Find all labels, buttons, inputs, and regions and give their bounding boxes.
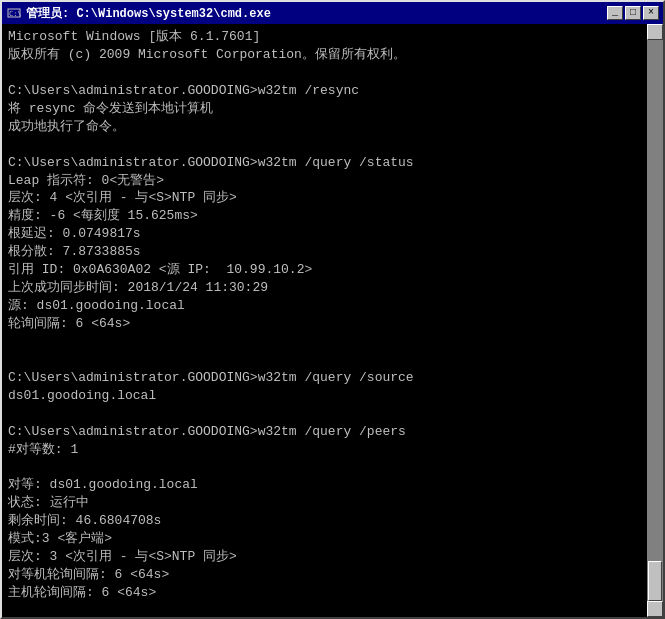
titlebar-left: C:\ 管理员: C:\Windows\system32\cmd.exe xyxy=(6,5,271,22)
scroll-down-button[interactable]: ▼ xyxy=(647,601,663,617)
titlebar: C:\ 管理员: C:\Windows\system32\cmd.exe _ □… xyxy=(2,2,663,24)
minimize-button[interactable]: _ xyxy=(607,6,623,20)
scroll-up-button[interactable]: ▲ xyxy=(647,24,663,40)
scrollbar-thumb[interactable] xyxy=(648,561,662,601)
scrollbar-track[interactable] xyxy=(647,40,663,601)
close-button[interactable]: × xyxy=(643,6,659,20)
svg-text:C:\: C:\ xyxy=(9,10,21,18)
cmd-icon: C:\ xyxy=(6,5,22,21)
window-title: 管理员: C:\Windows\system32\cmd.exe xyxy=(26,5,271,22)
cmd-window: C:\ 管理员: C:\Windows\system32\cmd.exe _ □… xyxy=(0,0,665,619)
console-area[interactable]: Microsoft Windows [版本 6.1.7601] 版权所有 (c)… xyxy=(2,24,663,617)
console-output: Microsoft Windows [版本 6.1.7601] 版权所有 (c)… xyxy=(8,28,657,617)
restore-button[interactable]: □ xyxy=(625,6,641,20)
window-controls: _ □ × xyxy=(607,6,659,20)
scrollbar[interactable]: ▲ ▼ xyxy=(647,24,663,617)
